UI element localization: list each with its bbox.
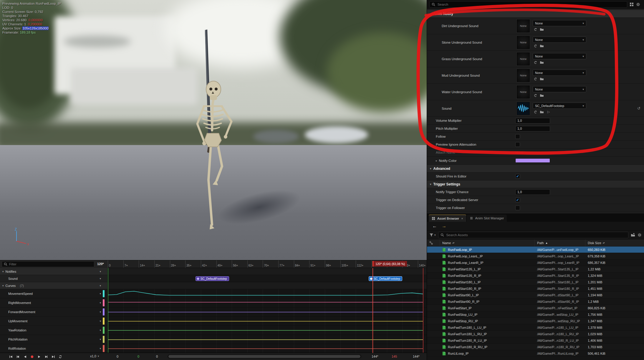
asset-row[interactable]: RunFwdStart90_R_IP /All/Game/Pl...dStart… bbox=[427, 298, 644, 305]
asset-row[interactable]: RunFwdLoop_LeanR_IP /All/Game/Pl...oop_L… bbox=[427, 259, 644, 266]
asset-row[interactable]: RunFwdStart90_L_IP /All/Game/Pl...dStart… bbox=[427, 292, 644, 298]
curve-lane[interactable] bbox=[108, 326, 427, 335]
section-advanced[interactable]: ▾ Advanced bbox=[427, 165, 644, 172]
use-selected-asset-icon[interactable] bbox=[533, 27, 537, 32]
track-options-caret-icon[interactable]: ▾ bbox=[100, 347, 101, 350]
curve-track-row[interactable]: RollRotation ▾ bbox=[0, 344, 107, 353]
asset-row[interactable]: RunFwdStart135_L_IP /All/Game/Pl...Start… bbox=[427, 266, 644, 272]
asset-row[interactable]: RunFwdTurn180_R_LU_IP /All/Game/P...n180… bbox=[427, 337, 644, 344]
section-trigger-settings[interactable]: ▾ Trigger Settings bbox=[427, 180, 644, 188]
use-selected-asset-icon[interactable] bbox=[533, 44, 537, 48]
range-value[interactable]: 144* bbox=[372, 355, 378, 358]
column-header-path[interactable]: Path ▲ bbox=[535, 239, 585, 246]
trigger-on-follower-checkbox[interactable]: ✓ bbox=[515, 206, 520, 210]
curve-lane[interactable] bbox=[108, 308, 427, 317]
browse-to-asset-icon[interactable] bbox=[539, 60, 544, 65]
timeline-filter-box[interactable] bbox=[2, 261, 94, 267]
track-group-curves[interactable]: ▾ Curves (7) ▾ bbox=[0, 282, 107, 289]
track-options-caret-icon[interactable]: ▾ bbox=[100, 310, 101, 313]
track-options-caret-icon[interactable]: ▾ bbox=[100, 320, 101, 323]
filter-funnel-button[interactable]: ▾ bbox=[429, 233, 436, 237]
asset-row[interactable]: RunFwdStop_RU_IP /All/Game/Pl...wdStop_R… bbox=[427, 318, 644, 324]
asset-picker-combo[interactable]: None ▾ bbox=[533, 53, 586, 59]
asset-row[interactable]: RunFwdTurn180_L_RU_IP /All/Game/P...n180… bbox=[427, 331, 644, 337]
range-value[interactable]: 0 bbox=[156, 355, 158, 358]
use-selected-asset-icon[interactable] bbox=[533, 93, 537, 98]
asset-row[interactable]: RunFwdTurn180_L_LU_IP /All/Game/P...n180… bbox=[427, 324, 644, 331]
asset-picker-combo[interactable]: None ▾ bbox=[533, 20, 586, 26]
track-sound[interactable]: Sound ▾ bbox=[0, 275, 107, 282]
curve-track-row[interactable]: RightMovement ▾ bbox=[0, 298, 107, 308]
range-value[interactable]: 0 bbox=[138, 355, 139, 358]
sound-asset-combo[interactable]: SC_DefaultFootstep ▾ bbox=[533, 103, 586, 109]
tab-asset-browser[interactable]: Asset Browser × bbox=[429, 215, 466, 222]
playhead-time-label[interactable]: 120* (0,64) (83,08 %) bbox=[373, 261, 407, 267]
should-fire-in-editor-checkbox[interactable]: ✓ bbox=[515, 174, 520, 179]
track-options-caret-icon[interactable]: ▾ bbox=[100, 284, 101, 287]
follow-checkbox[interactable]: ✓ bbox=[515, 134, 520, 139]
back-arrow-button[interactable]: ← bbox=[432, 223, 437, 229]
column-header-name[interactable]: Name ▴▾ bbox=[440, 239, 535, 246]
curve-lane[interactable] bbox=[108, 344, 427, 353]
curve-lane[interactable] bbox=[108, 289, 427, 298]
track-group-notifies[interactable]: ▾ Notifies ▾ bbox=[0, 268, 107, 275]
asset-search-input[interactable] bbox=[446, 233, 626, 237]
asset-thumbnail[interactable]: None bbox=[517, 86, 530, 98]
curve-track-row[interactable]: YawRotation ▾ bbox=[0, 326, 107, 335]
asset-row[interactable]: RunFwdStart_IP /All/Game/Pl...nFwdStart_… bbox=[427, 305, 644, 311]
expand-caret-icon[interactable]: ▾ bbox=[2, 284, 4, 287]
volume-multiplier-input[interactable] bbox=[515, 118, 550, 124]
details-search-input[interactable] bbox=[437, 2, 625, 6]
curve-track-row[interactable]: MovementSpeed ▾ bbox=[0, 289, 107, 298]
range-value[interactable]: 145 bbox=[392, 355, 397, 358]
timeline-scrollbar-thumb[interactable] bbox=[168, 355, 360, 358]
pitch-multiplier-input[interactable] bbox=[515, 126, 550, 131]
caret-right-icon[interactable]: ▸ bbox=[436, 159, 437, 162]
notify-marker[interactable]: SC_DefaultFootstep bbox=[196, 276, 229, 281]
view-options-icon[interactable] bbox=[630, 2, 634, 6]
asset-row[interactable]: RunFwdStart135_R_IP /All/Game/Pl...Start… bbox=[427, 272, 644, 279]
asset-row[interactable]: RunFwdLoop_LeanL_IP /All/Game/Pl...oop_L… bbox=[427, 253, 644, 259]
section-anim-notify[interactable]: ▾ Anim Notify bbox=[427, 10, 644, 18]
preview-ignore-attenuation-checkbox[interactable]: ✓ bbox=[515, 142, 520, 147]
settings-gear-icon[interactable] bbox=[636, 2, 640, 6]
asset-thumbnail[interactable]: None bbox=[517, 36, 530, 49]
timeline-filter-input[interactable] bbox=[9, 262, 92, 266]
asset-row[interactable]: RunFwdStart180_L_IP /All/Game/Pl...Start… bbox=[427, 279, 644, 285]
track-options-caret-icon[interactable]: ▾ bbox=[100, 329, 101, 332]
reset-to-default-icon[interactable]: ↺ bbox=[637, 106, 640, 111]
range-value[interactable]: 144* bbox=[413, 355, 420, 358]
trigger-on-dedicated-server-checkbox[interactable]: ✓ bbox=[515, 198, 520, 202]
play-sound-icon[interactable]: ▷ bbox=[546, 110, 551, 114]
close-tab-icon[interactable]: × bbox=[461, 217, 463, 220]
asset-row[interactable]: RunFwdTurn180_R_RU_IP /All/Game/P...n180… bbox=[427, 344, 644, 350]
asset-picker-combo[interactable]: None ▾ bbox=[533, 86, 586, 92]
track-options-caret-icon[interactable]: ▾ bbox=[100, 292, 101, 295]
browse-to-asset-icon[interactable] bbox=[539, 110, 544, 114]
revision-column-icon[interactable] bbox=[427, 239, 440, 246]
curve-lane[interactable] bbox=[108, 317, 427, 326]
notify-trigger-chance-input[interactable] bbox=[515, 189, 550, 195]
asset-row[interactable]: RunFwdStart180_R_IP /All/Game/Pl...Start… bbox=[427, 285, 644, 292]
track-options-caret-icon[interactable]: ▾ bbox=[100, 338, 101, 341]
asset-row[interactable]: RunLtLoop_IP /All/Game/Pl...RunLtLoop_IP… bbox=[427, 350, 644, 357]
details-search-box[interactable] bbox=[429, 1, 627, 8]
asset-picker-combo[interactable]: None ▾ bbox=[533, 37, 586, 43]
browse-to-asset-icon[interactable] bbox=[539, 27, 544, 32]
save-folder-icon[interactable] bbox=[631, 233, 635, 237]
tab-anim-slot-manager[interactable]: Anim Slot Manager bbox=[467, 215, 507, 222]
timeline-ruler[interactable]: 0 7+ 14+ 21+ bbox=[108, 260, 427, 268]
track-options-caret-icon[interactable]: ▾ bbox=[100, 270, 101, 273]
sound-wave-thumbnail[interactable] bbox=[517, 102, 530, 115]
browse-to-asset-icon[interactable] bbox=[539, 44, 544, 48]
asset-search-box[interactable] bbox=[438, 232, 628, 238]
viewport-3d[interactable]: Previewing Animation RunFwdLoop_IP LOD: … bbox=[0, 0, 427, 260]
asset-thumbnail[interactable]: None bbox=[517, 69, 530, 82]
curve-track-row[interactable]: ForwardMovement ▾ bbox=[0, 308, 107, 317]
asset-settings-gear-icon[interactable] bbox=[638, 233, 642, 237]
track-options-caret-icon[interactable]: ▾ bbox=[100, 277, 101, 280]
asset-picker-combo[interactable]: None ▾ bbox=[533, 70, 586, 76]
track-options-caret-icon[interactable]: ▾ bbox=[100, 301, 101, 304]
forward-arrow-button[interactable]: → bbox=[442, 223, 446, 229]
use-selected-asset-icon[interactable] bbox=[533, 77, 537, 81]
